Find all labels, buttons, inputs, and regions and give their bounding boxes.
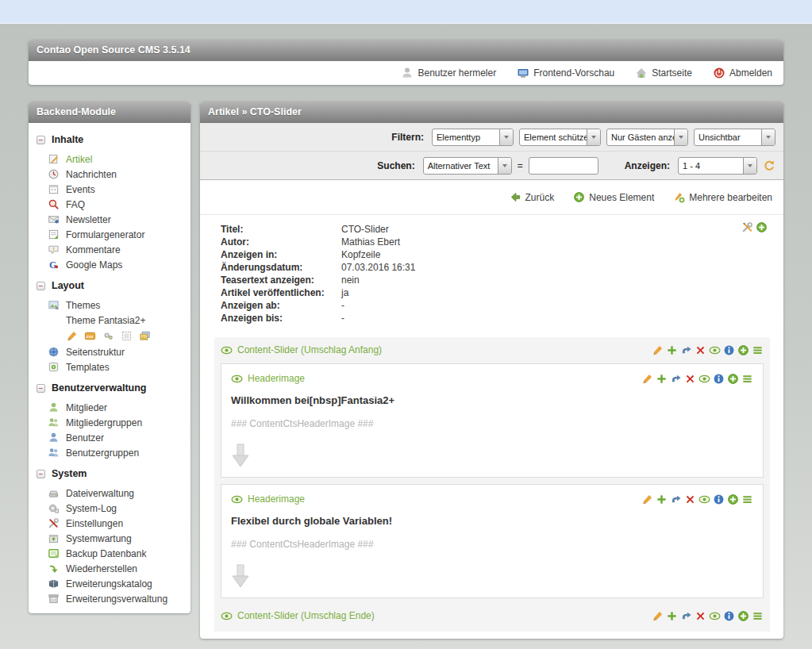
- element-actions: [641, 493, 753, 505]
- duplicate-icon[interactable]: [656, 373, 668, 385]
- sidebar-item-einstellungen[interactable]: Einstellungen: [29, 516, 190, 531]
- sidebar-item-templates[interactable]: Templates: [29, 359, 190, 374]
- sidebar-item-systemwartung[interactable]: Systemwartung: [29, 531, 190, 546]
- visibility-eye-icon[interactable]: [221, 610, 233, 622]
- sidebar-item-wiederherstellen[interactable]: Wiederherstellen: [29, 561, 190, 576]
- edit-icon[interactable]: [652, 610, 664, 622]
- sidebar-item-erweiterungsverwaltung[interactable]: Erweiterungsverwaltung: [29, 591, 190, 606]
- sidebar-item-dateiverwaltung[interactable]: Dateiverwaltung: [29, 486, 190, 501]
- drag-handle-icon[interactable]: [741, 493, 753, 505]
- sidebar-item-benutzergruppen[interactable]: Benutzergruppen: [29, 445, 190, 460]
- chevron-down-icon: [743, 158, 756, 174]
- paste-after-icon[interactable]: [727, 493, 739, 505]
- toggle-visibility-icon[interactable]: [698, 493, 710, 505]
- drag-handle-icon[interactable]: [752, 610, 764, 622]
- drag-handle-icon[interactable]: [741, 373, 753, 385]
- frontend-preview-link[interactable]: Frontend-Vorschau: [517, 67, 614, 79]
- duplicate-icon[interactable]: [666, 344, 678, 356]
- paste-after-icon[interactable]: [737, 344, 749, 356]
- page-layouts-icon[interactable]: [121, 330, 133, 342]
- delete-icon[interactable]: [695, 344, 706, 356]
- sidebar-item-seitenstruktur[interactable]: Seitenstruktur: [29, 344, 190, 359]
- sidebar-item-faq[interactable]: FAQ: [29, 197, 190, 212]
- visibility-eye-icon[interactable]: [231, 373, 243, 385]
- home-link[interactable]: Startseite: [635, 67, 692, 79]
- duplicate-icon[interactable]: [666, 610, 678, 622]
- paste-into-icon[interactable]: [756, 221, 768, 233]
- logout-icon: [713, 67, 725, 79]
- delete-icon[interactable]: [684, 373, 696, 385]
- member-groups-icon: [48, 417, 60, 428]
- edit-icon[interactable]: [641, 373, 653, 385]
- collapse-toggle-icon[interactable]: −: [37, 136, 45, 144]
- filter-select-element-schuetzen[interactable]: Element schütze: [519, 129, 601, 146]
- collapse-toggle-icon[interactable]: −: [37, 470, 45, 478]
- edit-multiple-button[interactable]: Mehrere bearbeiten: [673, 191, 772, 203]
- move-icon[interactable]: [670, 493, 682, 505]
- newsletter-icon: [48, 213, 60, 225]
- move-icon[interactable]: [680, 344, 692, 356]
- sidebar-item-events[interactable]: Events: [29, 182, 190, 197]
- filter-select-nur-gaesten[interactable]: Nur Gästen anze: [606, 129, 688, 146]
- sidebar-item-google-maps[interactable]: Google Maps: [29, 257, 190, 272]
- sidebar-item-themes[interactable]: Themes: [29, 298, 190, 313]
- sidebar-item-nachrichten[interactable]: Nachrichten: [29, 167, 190, 182]
- sidebar-item-mitgliedergruppen[interactable]: Mitgliedergruppen: [29, 415, 190, 430]
- sidebar-item-newsletter[interactable]: Newsletter: [29, 212, 190, 227]
- user-link[interactable]: Benutzer hermeler: [401, 67, 496, 79]
- visibility-eye-icon[interactable]: [221, 344, 233, 356]
- edit-icon[interactable]: [652, 344, 664, 356]
- image-sizes-icon[interactable]: [139, 330, 151, 342]
- toggle-visibility-icon[interactable]: [709, 344, 721, 356]
- filter-select-unsichtbar[interactable]: Unsichtbar: [694, 129, 775, 146]
- frontend-modules-icon[interactable]: [102, 330, 114, 342]
- info-icon[interactable]: [723, 344, 735, 356]
- visibility-eye-icon[interactable]: [231, 493, 243, 505]
- duplicate-icon[interactable]: [656, 493, 668, 505]
- sidebar-item-mitglieder[interactable]: Mitglieder: [29, 400, 190, 415]
- toggle-visibility-icon[interactable]: [698, 373, 710, 385]
- edit-icon[interactable]: [641, 493, 653, 505]
- sidebar: Backend-Module − Inhalte Artikel Nachric…: [29, 102, 190, 613]
- sidebar-item-kommentare[interactable]: Kommentare: [29, 242, 190, 257]
- sidebar-title: Backend-Module: [37, 106, 116, 117]
- sidebar-item-erweiterungskatalog[interactable]: Erweiterungskatalog: [29, 576, 190, 591]
- faq-icon: [48, 198, 60, 210]
- info-icon[interactable]: [713, 373, 725, 385]
- range-select[interactable]: 1 - 4: [678, 157, 757, 175]
- drag-handle-icon[interactable]: [752, 344, 764, 356]
- comments-icon: [48, 244, 60, 255]
- delete-icon[interactable]: [684, 493, 696, 505]
- sidebar-title-bar: Backend-Module: [29, 102, 190, 123]
- templates-icon: [48, 361, 60, 373]
- logout-link[interactable]: Abmelden: [713, 67, 772, 79]
- css-editor-icon[interactable]: [84, 330, 96, 342]
- sidebar-item-backup-datenbank[interactable]: Backup Datenbank: [29, 546, 190, 561]
- paste-after-icon[interactable]: [727, 373, 739, 385]
- collapse-toggle-icon[interactable]: −: [37, 282, 45, 290]
- edit-theme-icon[interactable]: [66, 330, 78, 342]
- back-button[interactable]: Zurück: [510, 191, 555, 203]
- user-icon: [401, 67, 414, 79]
- new-element-button[interactable]: Neues Element: [573, 191, 654, 203]
- paste-after-icon[interactable]: [737, 610, 749, 622]
- info-icon[interactable]: [713, 493, 725, 505]
- search-input[interactable]: [529, 157, 598, 175]
- toggle-visibility-icon[interactable]: [709, 610, 721, 622]
- sidebar-item-system-log[interactable]: System-Log: [29, 501, 190, 516]
- sidebar-item-formulargenerator[interactable]: Formulargenerator: [29, 227, 190, 242]
- delete-icon[interactable]: [695, 610, 706, 622]
- sidebar-item-benutzer[interactable]: Benutzer: [29, 430, 190, 445]
- monitor-icon: [517, 67, 529, 79]
- sidebar-item-artikel[interactable]: Artikel: [29, 152, 190, 167]
- collapse-toggle-icon[interactable]: −: [37, 384, 45, 393]
- move-icon[interactable]: [670, 373, 682, 385]
- info-icon[interactable]: [723, 610, 735, 622]
- filter-select-elementtyp[interactable]: Elementtyp: [432, 129, 514, 146]
- refresh-icon[interactable]: [763, 159, 775, 172]
- app-title-bar: Contao Open Source CMS 3.5.14: [29, 40, 783, 61]
- maintenance-icon: [48, 532, 60, 544]
- search-field-select[interactable]: Alternativer Text: [423, 157, 512, 175]
- move-icon[interactable]: [680, 610, 692, 622]
- article-settings-icon[interactable]: [741, 221, 753, 233]
